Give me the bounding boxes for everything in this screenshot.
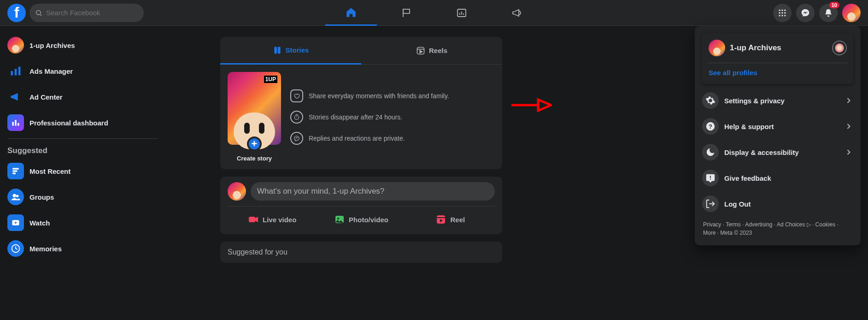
svg-point-42 <box>337 218 339 219</box>
composer-live-video[interactable]: Live video <box>228 210 317 229</box>
see-all-profiles-link[interactable]: See all profiles <box>706 67 850 80</box>
dropdown-profile-card: 1-up Archives See all profiles <box>702 33 853 84</box>
dropdown-give-feedback[interactable]: Give feedback <box>698 165 857 191</box>
plus-icon: + <box>247 136 262 151</box>
sidebar-item-label: Professional dashboard <box>29 119 108 127</box>
nav-ads[interactable] <box>491 1 543 25</box>
dropdown-help-support[interactable]: ? Help & support <box>698 113 857 139</box>
stories-tabs: Stories Reels <box>220 37 502 65</box>
messenger-icon <box>801 8 810 18</box>
footer-adchoices[interactable]: Ad Choices ▷ <box>777 221 811 228</box>
chevron-right-icon <box>844 96 853 105</box>
account-dropdown: 1-up Archives See all profiles Settings … <box>695 26 861 245</box>
composer-reel[interactable]: Reel <box>406 210 495 229</box>
sidebar-profile-label: 1-up Archives <box>29 41 75 49</box>
nav-home[interactable] <box>325 0 377 26</box>
suggested-heading: Suggested for you <box>228 248 287 256</box>
info-line-2: Stories disappear after 24 hours. <box>290 111 495 124</box>
dropdown-profile-name: 1-up Archives <box>730 43 781 53</box>
photo-icon <box>334 214 345 225</box>
composer-top: What's on your mind, 1-up Archives? <box>228 182 495 201</box>
bell-icon <box>824 8 833 18</box>
svg-text:?: ? <box>709 123 712 130</box>
heart-icon <box>290 89 303 102</box>
megaphone-icon <box>511 7 522 18</box>
sidebar-item-label: Watch <box>29 219 50 227</box>
svg-marker-52 <box>538 100 551 111</box>
sidebar-item-label: Most Recent <box>29 167 70 175</box>
svg-rect-21 <box>15 120 16 126</box>
svg-point-14 <box>779 15 780 16</box>
dropdown-settings-privacy[interactable]: Settings & privacy <box>698 88 857 113</box>
svg-rect-24 <box>12 170 17 172</box>
footer-terms[interactable]: Terms <box>726 221 741 228</box>
svg-line-1 <box>40 14 41 16</box>
footer-advertising[interactable]: Advertising <box>745 221 772 228</box>
sidebar-memories[interactable]: Memories <box>4 237 162 261</box>
messenger-small-icon <box>290 132 303 145</box>
sidebar-ad-center[interactable]: Ad Center <box>4 85 162 109</box>
svg-rect-39 <box>249 217 255 222</box>
dropdown-item-label: Give feedback <box>724 174 771 182</box>
dashboard-icon <box>7 114 24 131</box>
svg-marker-35 <box>420 50 422 53</box>
sidebar-most-recent[interactable]: Most Recent <box>4 159 162 183</box>
notifications-button[interactable]: 10 <box>819 4 838 22</box>
notification-badge: 10 <box>829 2 839 8</box>
svg-point-12 <box>781 12 783 13</box>
center-nav <box>323 0 545 26</box>
svg-rect-17 <box>11 71 13 75</box>
svg-rect-23 <box>12 168 18 169</box>
dropdown-profile-row[interactable]: 1-up Archives <box>706 37 850 59</box>
nav-pages[interactable] <box>381 1 432 25</box>
tab-stories[interactable]: Stories <box>220 37 361 65</box>
search-box[interactable] <box>29 4 144 22</box>
svg-rect-48 <box>710 176 711 178</box>
dropdown-display-accessibility[interactable]: Display & accessibility <box>698 139 857 165</box>
footer-more[interactable]: More <box>703 230 716 236</box>
question-icon: ? <box>702 118 719 135</box>
search-input[interactable] <box>46 9 138 17</box>
svg-rect-18 <box>15 69 17 75</box>
footer-cookies[interactable]: Cookies <box>815 221 835 228</box>
composer-avatar[interactable] <box>228 182 246 201</box>
composer-photo-video[interactable]: Photo/video <box>317 210 405 229</box>
footer-privacy[interactable]: Privacy <box>703 221 721 228</box>
messenger-button[interactable] <box>796 4 815 22</box>
svg-point-16 <box>784 15 786 16</box>
sidebar-item-label: Ad Center <box>29 93 63 101</box>
clock-icon <box>7 240 24 257</box>
nav-insights[interactable] <box>436 1 487 25</box>
svg-rect-43 <box>437 215 445 224</box>
suggested-heading: Suggested <box>4 142 162 159</box>
account-avatar[interactable] <box>842 4 861 22</box>
info-line-1: Share everyday moments with friends and … <box>290 89 495 102</box>
logout-icon <box>702 196 719 212</box>
reels-icon <box>416 46 425 55</box>
megaphone-icon <box>7 89 24 105</box>
tab-reels[interactable]: Reels <box>361 37 502 65</box>
sidebar-pro-dashboard[interactable]: Professional dashboard <box>4 111 162 135</box>
suggested-for-you-card: Suggested for you <box>220 242 502 263</box>
create-story-tile[interactable]: 1UP + Create story <box>228 72 281 162</box>
switch-profile-icon[interactable] <box>832 41 847 55</box>
footer-meta: Meta © 2023 <box>720 230 752 236</box>
dropdown-item-label: Help & support <box>724 123 774 130</box>
sidebar-ads-manager[interactable]: Ads Manager <box>4 59 162 83</box>
svg-rect-32 <box>277 47 280 53</box>
facebook-logo[interactable]: f <box>7 4 26 22</box>
svg-rect-49 <box>710 179 711 180</box>
sidebar-profile[interactable]: 1-up Archives <box>4 33 162 57</box>
info-line-3: Replies and reactions are private. <box>290 132 495 145</box>
dropdown-item-label: Display & accessibility <box>724 148 799 156</box>
menu-grid-button[interactable] <box>773 4 792 22</box>
annotation-arrow <box>510 98 552 113</box>
svg-point-0 <box>36 10 41 14</box>
composer-input[interactable]: What's on your mind, 1-up Archives? <box>251 182 495 201</box>
sidebar-watch[interactable]: Watch <box>4 211 162 235</box>
timer-icon <box>290 111 303 124</box>
sidebar-groups[interactable]: Groups <box>4 185 162 209</box>
dropdown-logout[interactable]: Log Out <box>698 191 857 217</box>
dropdown-footer: Privacy · Terms · Advertising · Ad Choic… <box>698 217 857 242</box>
topbar-right: 10 <box>773 4 861 22</box>
